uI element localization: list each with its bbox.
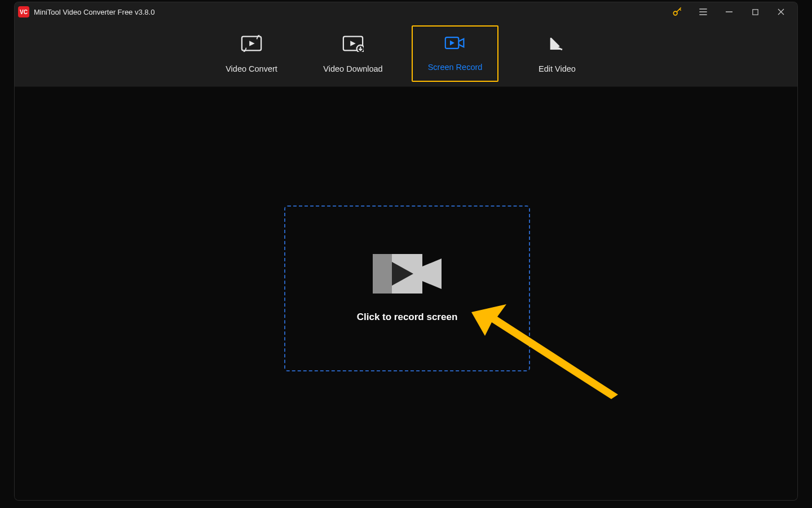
app-window: VC MiniTool Video Converter Free v3.8.0: [15, 2, 797, 500]
svg-marker-14: [450, 40, 454, 45]
tab-video-convert[interactable]: Video Convert: [201, 21, 302, 86]
tab-screen-record[interactable]: Screen Record: [412, 25, 498, 82]
app-logo-icon: VC: [18, 6, 29, 17]
record-screen-dropzone[interactable]: Click to record screen: [284, 205, 530, 371]
maximize-button[interactable]: [742, 2, 768, 21]
tab-edit-video[interactable]: Edit Video: [506, 21, 608, 86]
svg-marker-11: [350, 41, 356, 46]
close-button[interactable]: [768, 2, 794, 21]
camera-record-icon: [373, 254, 442, 296]
main-tabs: Video Convert Video Download Screen Reco…: [15, 21, 797, 87]
minimize-button[interactable]: [716, 2, 742, 21]
window-title: MiniTool Video Converter Free v3.8.0: [34, 8, 664, 16]
svg-marker-9: [249, 41, 255, 46]
svg-marker-18: [422, 259, 442, 289]
svg-rect-5: [752, 9, 757, 14]
main-area: Click to record screen: [15, 87, 797, 500]
record-screen-label: Click to record screen: [357, 312, 458, 323]
svg-point-0: [673, 11, 677, 15]
tab-label: Video Download: [323, 64, 382, 73]
hamburger-menu-icon[interactable]: [690, 2, 716, 21]
tab-video-download[interactable]: Video Download: [302, 21, 404, 86]
tab-label: Video Convert: [226, 64, 277, 73]
svg-rect-16: [373, 254, 392, 294]
tab-label: Screen Record: [428, 63, 483, 72]
key-icon[interactable]: [664, 2, 690, 21]
tab-label: Edit Video: [539, 64, 576, 73]
titlebar: VC MiniTool Video Converter Free v3.8.0: [15, 2, 797, 21]
